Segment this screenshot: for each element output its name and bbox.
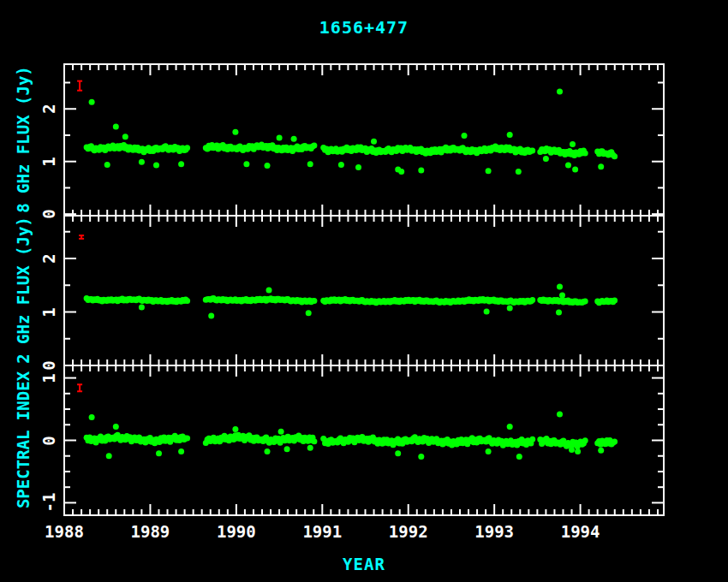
typical-error-bar (77, 81, 82, 91)
x-tick-label: 1988 (26, 522, 103, 541)
y-tick-label: 0 (40, 422, 57, 460)
y-tick-label: 1 (40, 143, 57, 181)
panel-flux2 (64, 216, 664, 365)
y-tick-label: 0 (40, 195, 57, 233)
x-tick-label: 1989 (111, 522, 188, 541)
typical-error-bar (77, 384, 82, 391)
series-flux2-points (84, 284, 618, 319)
x-tick-label: 1994 (542, 522, 619, 541)
y-tick-label: -1 (40, 484, 57, 521)
typical-error-bar (79, 235, 84, 239)
y-tick-label: 2 (40, 240, 57, 277)
y-tick-label: 2 (40, 90, 57, 128)
x-tick-label: 1992 (370, 522, 447, 541)
y-tick-label: 1 (40, 359, 57, 397)
panel-spectral (64, 365, 664, 515)
x-tick-label: 1991 (283, 522, 361, 541)
y-tick-label: 1 (40, 294, 57, 331)
light-curve-figure: 1656+477 8 GHz FLUX (Jy) 2 GHz FLUX (Jy)… (0, 0, 728, 582)
x-tick-label: 1990 (198, 522, 275, 541)
panel-flux8 (64, 64, 664, 216)
series-spectral-points (84, 411, 618, 460)
series-flux8-points (84, 89, 618, 175)
plot-canvas (0, 0, 728, 582)
x-tick-label: 1993 (456, 522, 533, 541)
